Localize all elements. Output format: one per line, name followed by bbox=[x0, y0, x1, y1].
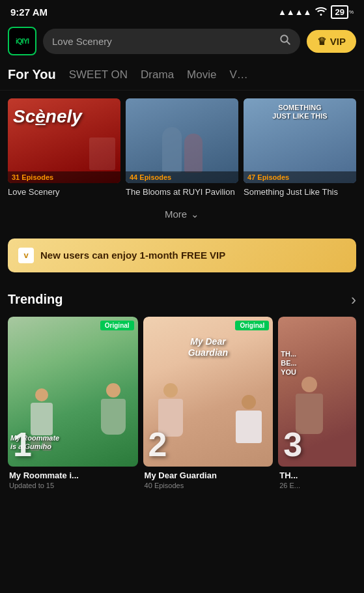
trending-show-sub-2: 40 Episodes bbox=[145, 482, 272, 489]
original-badge-2: Original bbox=[235, 321, 269, 330]
original-badge-1: Original bbox=[100, 321, 134, 330]
tab-drama[interactable]: Drama bbox=[141, 68, 174, 84]
tab-for-you[interactable]: For You bbox=[8, 67, 56, 85]
trending-show-name-3: TH... bbox=[279, 470, 355, 480]
trending-card-img-1: Original My Roommateis a Gumiho bbox=[8, 317, 138, 467]
trending-card-info-3: TH... 26 E... bbox=[278, 467, 356, 491]
show-title-2: The Blooms at RUYI Pavilion bbox=[126, 187, 238, 198]
show-card-img-3: SOMETHINGJUST LIKE THIS 47 Episodes bbox=[244, 98, 356, 183]
more-label: More bbox=[165, 209, 187, 220]
trending-rank-2: 2 bbox=[148, 427, 167, 461]
trending-rank-1: 1 bbox=[13, 427, 32, 461]
vip-label: VIP bbox=[330, 36, 346, 47]
wifi-icon bbox=[315, 7, 327, 18]
search-placeholder: Love Scenery bbox=[52, 36, 274, 47]
status-bar: 9:27 AM ▲▲▲▲ 29 % bbox=[0, 0, 364, 22]
trending-show-sub-3: 26 E... bbox=[279, 482, 355, 489]
vip-badge: v bbox=[18, 248, 34, 263]
trending-card-img-2: Original My DearGuardian 2 bbox=[143, 317, 273, 467]
show-card-3[interactable]: SOMETHINGJUST LIKE THIS 47 Episodes Some… bbox=[244, 98, 356, 198]
show-title-1: Love Scenery bbox=[8, 187, 120, 198]
vip-banner-text: New users can enjoy 1-month FREE VIP bbox=[40, 250, 225, 261]
show-card-img-1: Scènely 31 Episodes bbox=[8, 98, 120, 183]
show-title-3: Something Just Like This bbox=[244, 187, 356, 198]
trending-cards: Original My Roommateis a Gumiho bbox=[0, 317, 364, 491]
show-card-2[interactable]: 44 Episodes The Blooms at RUYI Pavilion bbox=[126, 98, 238, 198]
trending-card-3[interactable]: TH...BE...YOU 3 TH... 26 E... bbox=[278, 317, 356, 491]
more-button[interactable]: More ⌄ bbox=[165, 209, 199, 220]
chevron-down-icon: ⌄ bbox=[191, 209, 199, 220]
episode-badge-2: 44 Episodes bbox=[126, 171, 238, 183]
tab-movie[interactable]: Movie bbox=[187, 68, 216, 84]
show-card-img-2: 44 Episodes bbox=[126, 98, 238, 183]
status-time: 9:27 AM bbox=[10, 7, 48, 18]
vip-button[interactable]: ♛ VIP bbox=[307, 30, 356, 53]
crown-icon: ♛ bbox=[317, 35, 326, 48]
trending-card-2[interactable]: Original My DearGuardian 2 My Dear Guard… bbox=[143, 317, 273, 491]
trending-arrow-icon[interactable]: › bbox=[351, 291, 356, 309]
trending-rank-3: 3 bbox=[283, 427, 302, 461]
trending-card-1[interactable]: Original My Roommateis a Gumiho bbox=[8, 317, 138, 491]
header: iQIYI Love Scenery ♛ VIP bbox=[0, 22, 364, 61]
trending-show-name-2: My Dear Guardian bbox=[145, 470, 272, 480]
trending-card-info-1: My Roommate i... Updated to 15 bbox=[8, 467, 138, 491]
tab-vi[interactable]: V… bbox=[229, 68, 247, 84]
iqiyi-logo[interactable]: iQIYI bbox=[8, 27, 36, 55]
featured-cards-row: Scènely 31 Episodes Love Scenery bbox=[8, 98, 356, 198]
trending-title: Trending bbox=[8, 292, 63, 307]
nav-tabs: For You SWEET ON Drama Movie V… bbox=[0, 61, 364, 91]
show-card-1[interactable]: Scènely 31 Episodes Love Scenery bbox=[8, 98, 120, 198]
trending-card-info-2: My Dear Guardian 40 Episodes bbox=[143, 467, 273, 491]
trending-show-sub-1: Updated to 15 bbox=[9, 482, 137, 489]
battery-icon: 29 % bbox=[331, 5, 354, 19]
trending-show-name-1: My Roommate i... bbox=[9, 470, 137, 480]
trending-card-img-3: TH...BE...YOU 3 bbox=[278, 317, 356, 467]
search-bar[interactable]: Love Scenery bbox=[43, 29, 300, 54]
logo-text: iQIYI bbox=[16, 37, 29, 45]
tab-sweet-on[interactable]: SWEET ON bbox=[69, 68, 128, 84]
search-icon[interactable] bbox=[279, 34, 291, 49]
signal-icon: ▲▲▲▲ bbox=[278, 7, 311, 17]
episode-badge-1: 31 Episodes bbox=[8, 171, 120, 183]
svg-line-1 bbox=[287, 41, 289, 44]
more-button-container: More ⌄ bbox=[8, 198, 356, 225]
episode-badge-3: 47 Episodes bbox=[244, 171, 356, 183]
vip-banner[interactable]: v New users can enjoy 1-month FREE VIP bbox=[8, 239, 356, 272]
featured-shows-section: Scènely 31 Episodes Love Scenery bbox=[0, 91, 364, 231]
trending-header: Trending › bbox=[0, 280, 364, 317]
status-icons: ▲▲▲▲ 29 % bbox=[278, 5, 354, 19]
